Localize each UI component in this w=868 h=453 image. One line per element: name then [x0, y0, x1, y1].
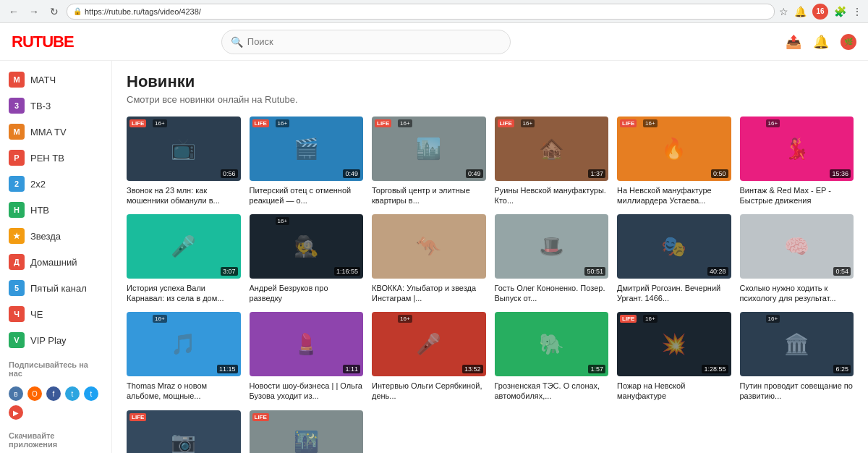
- menu-icon[interactable]: ⋮: [852, 6, 862, 17]
- thumb-visual: 💥: [617, 312, 731, 376]
- video-card[interactable]: LIFE16+1:37🏚️Руины Невской мануфактуры. …: [495, 117, 609, 206]
- channel-icon-5: Н: [9, 202, 25, 218]
- thumb-visual: 🏙️: [372, 117, 486, 181]
- video-card[interactable]: 16+11:15🎵Thomas Mraz о новом альбоме, мо…: [127, 312, 241, 401]
- channel-icon-9: Ч: [9, 306, 25, 322]
- fb-icon[interactable]: f: [46, 386, 61, 401]
- video-title: Грозненская ТЭС. О слонах, автомобилях,.…: [495, 381, 609, 402]
- sidebar-item-4[interactable]: 2 2х2: [0, 171, 111, 197]
- video-card[interactable]: 1:11💄Новости шоу-бизнеса | | Ольга Бузов…: [250, 312, 364, 401]
- sidebar-item-8[interactable]: 5 Пятый канал: [0, 275, 111, 301]
- video-card[interactable]: 16+6:25🏛️Путин проводит совещание по раз…: [740, 312, 854, 401]
- video-card[interactable]: LIFE📷: [127, 410, 241, 453]
- channel-icon-1: 3: [9, 98, 25, 114]
- subscribe-label: Подписывайтесь на нас: [0, 353, 111, 381]
- thumb-visual: 🔥: [617, 117, 731, 181]
- notification-icon[interactable]: 🔔: [794, 6, 807, 17]
- video-card[interactable]: 🦘КВОККА: Улыбатор и звезда Инстаграм |..…: [372, 214, 486, 303]
- lock-icon: 🔒: [73, 7, 82, 15]
- video-card[interactable]: LIFE16+0:49🎬Питерский отец с отменной ре…: [250, 117, 364, 206]
- video-card[interactable]: 16+13:52🎤Интервью Ольги Серябкиной, день…: [372, 312, 486, 401]
- topnav: RUTUBE 🔍 📤 🔔 🌿: [0, 23, 868, 61]
- search-input[interactable]: [247, 36, 501, 47]
- sidebar-item-5[interactable]: Н НТВ: [0, 197, 111, 223]
- channel-icon-10: V: [9, 332, 25, 348]
- search-bar[interactable]: 🔍: [221, 30, 511, 54]
- video-card[interactable]: 1:57🐘Грозненская ТЭС. О слонах, автомоби…: [495, 312, 609, 401]
- tg-icon[interactable]: t: [65, 386, 80, 401]
- video-card[interactable]: 50:51🎩Гость Олег Кононенко. Позер. Выпус…: [495, 214, 609, 303]
- thumb-visual: 📷: [127, 410, 241, 453]
- video-grid: LIFE16+0:56📺Звонок на 23 млн: как мошенн…: [127, 117, 854, 453]
- sidebar-item-0[interactable]: М МАТЧ: [0, 67, 111, 93]
- video-title: Торговый центр и элитные квартиры в...: [372, 185, 486, 206]
- channel-icon-3: Р: [9, 150, 25, 166]
- browser-icons: ☆ 🔔 16 🧩 ⋮: [779, 4, 862, 20]
- yt-icon[interactable]: ▶: [9, 405, 23, 420]
- video-title: Руины Невской мануфактуры. Кто...: [495, 185, 609, 206]
- social-icons: в О f t t ▶: [0, 381, 111, 426]
- video-card[interactable]: LIFE🌃: [250, 410, 364, 453]
- site-logo[interactable]: RUTUBE: [12, 33, 74, 51]
- sidebar-item-6[interactable]: ★ Звезда: [0, 223, 111, 249]
- sidebar-item-2[interactable]: M MMA TV: [0, 119, 111, 145]
- video-title: Пожар на Невской мануфактуре: [617, 381, 731, 402]
- thumb-visual: 🏚️: [495, 117, 609, 181]
- channel-icon-7: Д: [9, 254, 25, 270]
- video-title: История успеха Вали Карнавал: из села в …: [127, 283, 241, 304]
- vk-icon[interactable]: в: [9, 386, 23, 401]
- browser-chrome: ← → ↻ 🔒 https://rutube.ru/tags/video/423…: [0, 0, 868, 23]
- video-card[interactable]: LIFE16+1:28:55💥Пожар на Невской мануфакт…: [617, 312, 731, 401]
- thumb-visual: 🎬: [250, 117, 364, 181]
- user-profile-icon[interactable]: 🌿: [841, 34, 856, 50]
- video-card[interactable]: LIFE16+0:56📺Звонок на 23 млн: как мошенн…: [127, 117, 241, 206]
- back-button[interactable]: ←: [6, 4, 22, 20]
- video-card[interactable]: 40:28🎭Дмитрий Рогозин. Вечерний Ургант. …: [617, 214, 731, 303]
- sidebar-item-7[interactable]: Д Домашний: [0, 249, 111, 275]
- video-title: Гость Олег Кононенко. Позер. Выпуск от..…: [495, 283, 609, 304]
- bell-icon[interactable]: 🔔: [813, 34, 829, 50]
- video-title: Питерский отец с отменной реакцией — о..…: [250, 185, 364, 206]
- video-title: Новости шоу-бизнеса | | Ольга Бузова ухо…: [250, 381, 364, 402]
- tw-icon[interactable]: t: [84, 386, 98, 401]
- video-card[interactable]: 16+1:16:55🕵️Андрей Безруков про разведку: [250, 214, 364, 303]
- thumb-visual: 🎤: [127, 214, 241, 279]
- video-title: Сколько нужно ходить к психологу для рез…: [740, 283, 854, 304]
- channel-icon-2: M: [9, 124, 25, 140]
- video-title: Интервью Ольги Серябкиной, день...: [372, 381, 486, 402]
- video-card[interactable]: LIFE16+0:50🔥На Невской мануфактуре милли…: [617, 117, 731, 206]
- video-card[interactable]: 16+15:36💃Винтаж & Red Max - EP - Быстрые…: [740, 117, 854, 206]
- section-subtitle: Смотри все новинки онлайн на Rutube.: [127, 94, 854, 105]
- thumb-visual: 🎤: [372, 312, 486, 376]
- thumb-visual: 🕵️: [250, 214, 364, 279]
- user-avatar[interactable]: 16: [812, 4, 828, 20]
- sidebar-item-9[interactable]: Ч ЧЕ: [0, 301, 111, 327]
- upload-icon[interactable]: 📤: [786, 34, 801, 50]
- star-icon[interactable]: ☆: [779, 6, 788, 17]
- thumb-visual: 🌃: [250, 410, 364, 453]
- url-text: https://rutube.ru/tags/video/4238/: [85, 7, 201, 16]
- search-icon: 🔍: [231, 36, 243, 48]
- video-card[interactable]: 0:54🧠Сколько нужно ходить к психологу дл…: [740, 214, 854, 303]
- forward-button[interactable]: →: [26, 4, 42, 20]
- sidebar-item-1[interactable]: 3 ТВ-3: [0, 93, 111, 119]
- channel-icon-4: 2: [9, 176, 25, 192]
- extensions-icon[interactable]: 🧩: [834, 6, 846, 17]
- address-bar[interactable]: 🔒 https://rutube.ru/tags/video/4238/: [67, 4, 775, 20]
- channel-label-0: МАТЧ: [30, 75, 56, 85]
- thumb-visual: 🎵: [127, 312, 241, 376]
- download-apps: Скачивайте приложения App Store Google P…: [0, 426, 111, 453]
- app-container: RUTUBE 🔍 📤 🔔 🌿 М МАТЧ 3 ТВ-3 M MMA TV Р …: [0, 23, 868, 453]
- sidebar-item-10[interactable]: V VIP Play: [0, 327, 111, 353]
- sidebar-item-3[interactable]: Р РЕН ТВ: [0, 145, 111, 171]
- channel-icon-0: М: [9, 72, 25, 88]
- video-card[interactable]: LIFE16+0:49🏙️Торговый центр и элитные кв…: [372, 117, 486, 206]
- video-card[interactable]: 3:07🎤История успеха Вали Карнавал: из се…: [127, 214, 241, 303]
- topnav-right: 📤 🔔 🌿: [786, 34, 856, 50]
- channel-label-4: 2х2: [30, 179, 46, 190]
- channel-label-10: VIP Play: [30, 335, 67, 346]
- refresh-button[interactable]: ↻: [46, 4, 62, 20]
- ok-icon[interactable]: О: [27, 386, 42, 401]
- video-title: Дмитрий Рогозин. Вечерний Ургант. 1466..…: [617, 283, 731, 304]
- thumb-visual: 🧠: [740, 214, 854, 279]
